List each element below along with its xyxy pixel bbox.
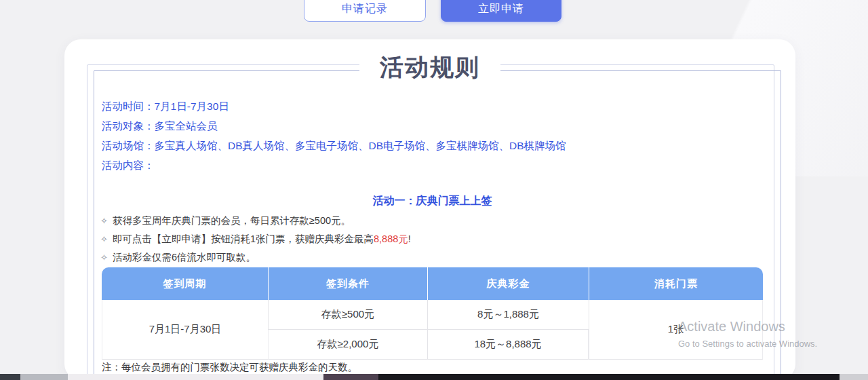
table-row: 7月1日-7月30日 存款≥500元 8元～1,888元 1张 <box>102 300 763 330</box>
activity-info-block: 活动时间：7月1日-7月30日 活动对象：多宝全站会员 活动场馆：多宝真人场馆、… <box>102 96 566 175</box>
activity-content-line: 活动内容： <box>102 155 566 175</box>
activity-target-line: 活动对象：多宝全站会员 <box>102 116 566 136</box>
sparkle-icon: ✧ <box>100 252 108 263</box>
bullet-item: ✧获得多宝周年庆典门票的会员，每日累计存款≥500元。 <box>100 212 411 230</box>
activity-one-heading: 活动一：庆典门票上上签 <box>102 194 763 208</box>
page-title: 活动规则 <box>64 52 795 83</box>
taskbar-segment <box>378 374 840 380</box>
activity-venues-line: 活动场馆：多宝真人场馆、DB真人场馆、多宝电子场馆、DB电子场馆、多宝棋牌场馆、… <box>102 136 566 155</box>
column-header-signin-period: 签到周期 <box>102 267 268 300</box>
sparkle-icon: ✧ <box>100 234 108 244</box>
apply-now-button[interactable]: 立即申请 <box>441 0 561 22</box>
column-header-signin-condition: 签到条件 <box>268 267 427 300</box>
condition-cell: 存款≥500元 <box>268 300 427 330</box>
taskbar-segment <box>0 374 20 380</box>
condition-cell: 存款≥2,000元 <box>268 330 427 360</box>
tickets-cell: 1张 <box>589 300 763 360</box>
activity-bullet-list: ✧获得多宝周年庆典门票的会员，每日累计存款≥500元。 ✧即可点击【立即申请】按… <box>100 212 411 267</box>
taskbar-segment <box>68 374 323 380</box>
bullet-item: ✧活动彩金仅需6倍流水即可取款。 <box>100 248 411 267</box>
bonus-cell: 18元～8,888元 <box>427 330 589 360</box>
column-header-ticket-cost: 消耗门票 <box>589 267 763 300</box>
period-cell: 7月1日-7月30日 <box>102 300 268 360</box>
application-history-button[interactable]: 申请记录 <box>304 0 426 22</box>
activity-time-line: 活动时间：7月1日-7月30日 <box>102 96 566 116</box>
table-header-row: 签到周期 签到条件 庆典彩金 消耗门票 <box>102 267 763 300</box>
bullet-text: 即可点击【立即申请】按钮消耗1张门票，获赠庆典彩金最高 <box>113 233 374 244</box>
bullet-item: ✧即可点击【立即申请】按钮消耗1张门票，获赠庆典彩金最高8,888元! <box>100 230 411 248</box>
column-header-celebration-bonus: 庆典彩金 <box>427 267 589 300</box>
taskbar-segment <box>840 374 868 380</box>
bullet-text: 活动彩金仅需6倍流水即可取款。 <box>113 252 256 263</box>
apply-now-label: 立即申请 <box>478 2 524 16</box>
activity-rules-card: 活动规则 活动时间：7月1日-7月30日 活动对象：多宝全站会员 活动场馆：多宝… <box>64 39 795 380</box>
bonus-cell: 8元～1,888元 <box>427 300 589 330</box>
bottom-window-edge <box>0 374 868 380</box>
rules-table: 签到周期 签到条件 庆典彩金 消耗门票 7月1日-7月30日 存款≥500元 8… <box>102 267 763 360</box>
bonus-highlight: 8,888元 <box>374 233 408 244</box>
application-history-label: 申请记录 <box>342 2 388 16</box>
bullet-text: 获得多宝周年庆典门票的会员，每日累计存款≥500元。 <box>113 215 351 226</box>
taskbar-segment <box>20 374 68 380</box>
footnote: 注：每位会员拥有的门票张数决定可获赠庆典彩金的天数。 <box>102 361 357 374</box>
sparkle-icon: ✧ <box>100 216 108 226</box>
taskbar-segment <box>323 374 378 380</box>
